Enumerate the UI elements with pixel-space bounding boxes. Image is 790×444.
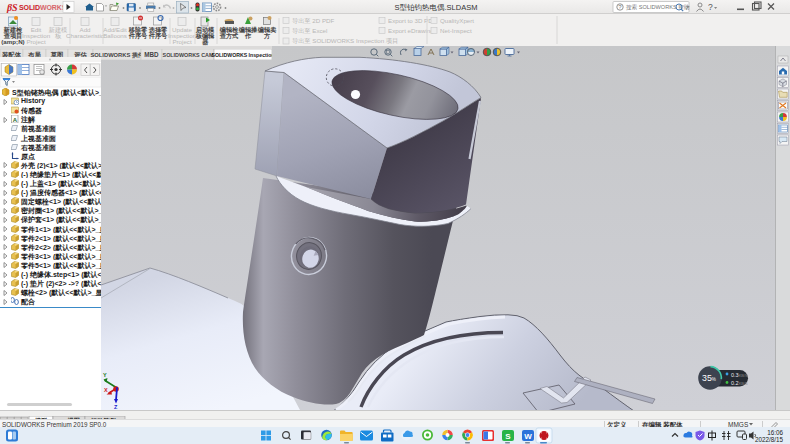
svg-text:QualityXpert: QualityXpert (440, 17, 474, 24)
svg-text:SOLIDWORKS Inspection: SOLIDWORKS Inspection (211, 52, 272, 58)
svg-text:Project: Project (172, 38, 192, 45)
svg-text:X: X (104, 387, 108, 393)
svg-text:S型铂钧热电偶.SLDASM: S型铂钧热电偶.SLDASM (395, 3, 478, 12)
svg-text:方: 方 (263, 32, 271, 40)
svg-text:SOLIDWORKS CAM: SOLIDWORKS CAM (163, 52, 214, 58)
svg-text:Export to 3D PDF: Export to 3D PDF (388, 17, 437, 24)
svg-text:(amp;N): (amp;N) (1, 38, 24, 45)
svg-text:Project: Project (26, 38, 46, 45)
svg-text:查方式: 查方式 (219, 32, 239, 40)
svg-text:16:06: 16:06 (767, 429, 783, 436)
svg-text:W: W (524, 432, 532, 441)
svg-text:器: 器 (202, 38, 209, 46)
svg-text:板: 板 (54, 32, 62, 39)
svg-text:件序号: 件序号 (128, 32, 148, 40)
svg-text:0.2KB/S: 0.2KB/S (731, 380, 748, 386)
svg-text:SOLIDWORKS: SOLIDWORKS (19, 4, 67, 11)
svg-text:S: S (505, 432, 511, 441)
svg-text:Balloons: Balloons (103, 32, 127, 39)
svg-text:MBD: MBD (144, 51, 159, 58)
svg-text:2022/8/15: 2022/8/15 (755, 436, 784, 443)
svg-text:作: 作 (244, 32, 252, 40)
svg-text:Y: Y (103, 372, 107, 378)
svg-text:导出至 SOLIDWORKS Inspection 项目: 导出至 SOLIDWORKS Inspection 项目 (292, 37, 398, 45)
svg-text:βS: βS (6, 2, 18, 13)
svg-text:Characteristic: Characteristic (66, 32, 104, 39)
svg-text:导出至 2D PDF: 导出至 2D PDF (292, 17, 335, 24)
svg-text:A: A (13, 117, 18, 123)
svg-text:导出至 Excel: 导出至 Excel (292, 27, 327, 34)
svg-text:0.3KB/S: 0.3KB/S (731, 372, 748, 378)
svg-text:件序号: 件序号 (148, 32, 168, 40)
svg-text:?: ? (708, 2, 713, 12)
svg-text:Net-Inspect: Net-Inspect (440, 27, 472, 34)
